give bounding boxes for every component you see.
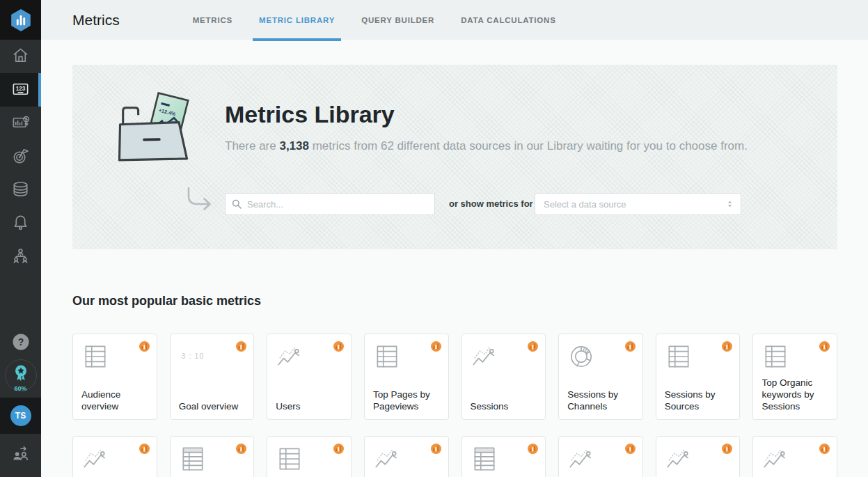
onboarding-progress[interactable]: 60% — [5, 359, 37, 398]
table-icon — [178, 444, 207, 474]
metric-card-label: Top Organic keywords by Sessions — [762, 377, 833, 412]
data-source-select[interactable]: Select a data source — [535, 193, 741, 215]
progress-percent: 60% — [14, 385, 26, 392]
analytics-badge-icon — [528, 444, 538, 454]
tab-metric-library[interactable]: METRIC LIBRARY — [246, 0, 348, 40]
table-icon — [275, 444, 304, 474]
analytics-badge-icon — [431, 341, 441, 352]
svg-text:?: ? — [17, 336, 24, 347]
metric-card-label: Top Pages by Pageviews — [373, 389, 445, 412]
sidebar-item-dashboards[interactable] — [0, 107, 41, 140]
popular-metrics-row-1: Audience overview 3 : 10 Goal overview U… — [72, 334, 837, 420]
metric-card-goal-overview[interactable]: 3 : 10 Goal overview — [170, 334, 255, 420]
metric-card[interactable] — [170, 436, 255, 477]
metric-count: 3,138 — [279, 139, 309, 153]
analytics-badge-icon — [625, 444, 636, 454]
sidebar-bottom: ? 60% TS — [0, 331, 41, 477]
metric-card-audience-overview[interactable]: Audience overview — [72, 334, 157, 420]
metric-card[interactable] — [267, 436, 352, 477]
metric-card[interactable] — [364, 436, 449, 477]
analytics-badge-icon — [722, 341, 732, 352]
analytics-badge-icon — [139, 444, 150, 454]
metric-card[interactable] — [461, 436, 546, 477]
analytics-badge-icon — [236, 341, 246, 352]
sidebar-item-data-sources[interactable] — [0, 173, 41, 207]
page-title: Metrics — [72, 12, 120, 29]
sidebar-item-account[interactable] — [0, 240, 41, 274]
metric-card-label: Goal overview — [179, 400, 251, 412]
main-area: Metrics METRICS METRIC LIBRARY QUERY BUI… — [41, 0, 868, 477]
metric-card-sessions[interactable]: Sessions — [461, 334, 546, 420]
tab-bar: METRICS METRIC LIBRARY QUERY BUILDER DAT… — [180, 0, 569, 40]
search-icon — [232, 199, 242, 209]
banner-text: Metrics Library There are 3,138 metrics … — [225, 101, 748, 153]
metric-card-users[interactable]: Users — [267, 334, 352, 420]
line-chart-icon — [567, 444, 596, 474]
line-chart-icon — [761, 444, 790, 474]
line-chart-icon — [372, 444, 402, 474]
analytics-badge-icon — [819, 341, 830, 352]
metric-card-sessions-by-sources[interactable]: Sessions by Sources — [656, 334, 741, 420]
table-icon — [372, 342, 402, 371]
sidebar: 123 ? 60% TS — [0, 0, 41, 477]
select-arrows-icon — [726, 199, 734, 209]
metric-card[interactable] — [752, 436, 837, 477]
banner-subtitle: There are 3,138 metrics from 62 differen… — [225, 139, 748, 153]
top-bar: Metrics METRICS METRIC LIBRARY QUERY BUI… — [41, 0, 868, 40]
popular-metrics-row-2 — [72, 436, 837, 477]
analytics-badge-icon — [333, 444, 344, 454]
avatar-block: TS — [0, 398, 41, 434]
metric-card-label: Sessions by Sources — [665, 389, 736, 412]
table-icon — [81, 342, 110, 371]
bell-icon — [11, 213, 30, 235]
user-avatar[interactable]: TS — [10, 405, 31, 426]
metric-search — [225, 193, 435, 215]
metric-card-sessions-by-channels[interactable]: Sessions by Channels — [558, 334, 643, 420]
metric-card-top-pages[interactable]: Top Pages by Pageviews — [364, 334, 449, 420]
metric-card[interactable] — [656, 436, 741, 477]
sidebar-item-goals[interactable] — [0, 140, 41, 173]
analytics-badge-icon — [625, 341, 636, 352]
analytics-badge-icon — [139, 341, 150, 352]
or-show-metrics-label: or show metrics for — [449, 198, 533, 209]
analytics-badge-icon — [819, 444, 830, 454]
goals-target-icon — [11, 146, 30, 168]
analytics-badge-icon — [333, 341, 344, 352]
table-icon — [470, 444, 499, 474]
line-chart-icon — [275, 342, 304, 371]
sidebar-item-metrics[interactable]: 123 — [0, 73, 41, 107]
sidebar-item-home[interactable] — [0, 40, 41, 73]
analytics-badge-icon — [528, 341, 538, 352]
question-mark-icon: ? — [10, 343, 31, 354]
switch-user-icon — [11, 445, 30, 467]
analytics-badge-icon — [236, 444, 246, 454]
sidebar-item-alerts[interactable] — [0, 207, 41, 240]
help-button[interactable]: ? — [10, 331, 31, 352]
metric-card-label: Users — [276, 400, 347, 412]
database-icon — [11, 180, 30, 201]
metric-card-label: Sessions — [471, 400, 542, 412]
metrics-123-icon: 123 — [11, 79, 30, 101]
search-input[interactable] — [225, 193, 435, 215]
line-chart-icon — [664, 444, 693, 474]
goal-ratio-icon: 3 : 10 — [178, 342, 207, 371]
home-icon — [11, 46, 30, 68]
content: +12.4% Metrics Library There are 3,138 m… — [41, 40, 868, 477]
section-heading: Our most popular basic metrics — [72, 294, 837, 308]
curved-arrow-icon — [184, 186, 216, 215]
tab-metrics[interactable]: METRICS — [180, 0, 246, 40]
databox-logo — [0, 0, 41, 40]
tab-query-builder[interactable]: QUERY BUILDER — [348, 0, 448, 40]
table-icon — [664, 342, 693, 371]
achievement-badge-icon — [11, 363, 31, 387]
table-icon — [761, 342, 790, 371]
folder-illustration: +12.4% — [111, 90, 195, 166]
tab-data-calculations[interactable]: DATA CALCULATIONS — [448, 0, 569, 40]
dashboards-icon — [11, 113, 30, 134]
switch-account-button[interactable] — [11, 434, 30, 477]
select-placeholder: Select a data source — [544, 199, 626, 210]
metric-card-top-organic-keywords[interactable]: Top Organic keywords by Sessions — [752, 334, 837, 420]
metric-card[interactable] — [72, 436, 157, 477]
org-people-icon — [11, 247, 30, 268]
metric-card[interactable] — [558, 436, 643, 477]
